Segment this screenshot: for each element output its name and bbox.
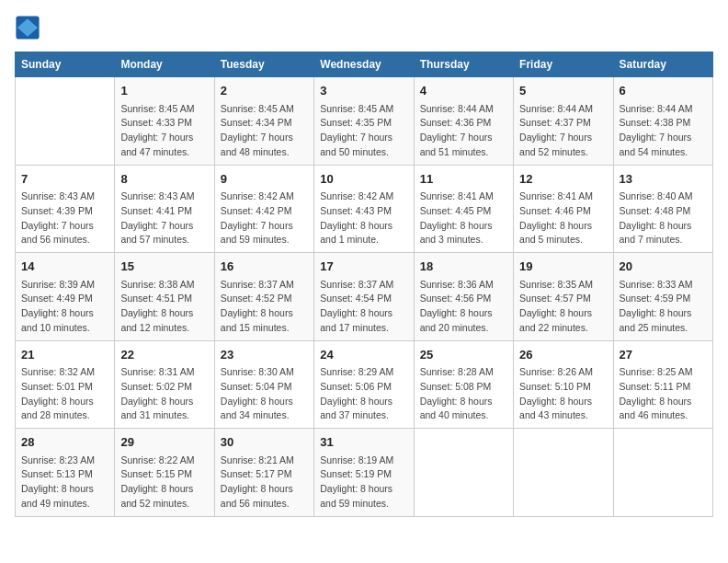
day-info: Sunrise: 8:36 AMSunset: 4:56 PMDaylight:… xyxy=(420,278,507,336)
day-number: 18 xyxy=(420,258,507,276)
day-number: 13 xyxy=(620,170,707,189)
week-row-5: 28Sunrise: 8:23 AMSunset: 5:13 PMDayligh… xyxy=(16,429,713,517)
day-number: 5 xyxy=(519,82,607,100)
day-number: 29 xyxy=(120,433,208,452)
day-info: Sunrise: 8:30 AMSunset: 5:04 PMDaylight:… xyxy=(221,365,308,423)
day-cell: 6Sunrise: 8:44 AMSunset: 4:38 PMDaylight… xyxy=(613,77,712,166)
day-info: Sunrise: 8:26 AMSunset: 5:10 PMDaylight:… xyxy=(519,365,607,423)
day-info: Sunrise: 8:29 AMSunset: 5:06 PMDaylight:… xyxy=(320,365,407,423)
day-number: 4 xyxy=(420,82,507,100)
day-info: Sunrise: 8:45 AMSunset: 4:35 PMDaylight:… xyxy=(320,102,407,160)
day-cell xyxy=(16,77,115,166)
week-row-4: 21Sunrise: 8:32 AMSunset: 5:01 PMDayligh… xyxy=(16,340,713,429)
day-cell: 4Sunrise: 8:44 AMSunset: 4:36 PMDaylight… xyxy=(414,77,513,166)
day-info: Sunrise: 8:32 AMSunset: 5:01 PMDaylight:… xyxy=(21,365,108,423)
day-number: 27 xyxy=(620,346,707,364)
day-number: 1 xyxy=(120,82,208,100)
day-number: 23 xyxy=(221,346,308,364)
day-info: Sunrise: 8:45 AMSunset: 4:33 PMDaylight:… xyxy=(120,102,208,160)
day-cell: 27Sunrise: 8:25 AMSunset: 5:11 PMDayligh… xyxy=(613,340,712,429)
logo xyxy=(15,15,44,40)
header-tuesday: Tuesday xyxy=(214,52,313,77)
day-number: 31 xyxy=(320,433,407,452)
day-cell: 20Sunrise: 8:33 AMSunset: 4:59 PMDayligh… xyxy=(613,253,712,341)
week-row-1: 1Sunrise: 8:45 AMSunset: 4:33 PMDaylight… xyxy=(16,77,713,166)
day-cell: 1Sunrise: 8:45 AMSunset: 4:33 PMDaylight… xyxy=(115,77,214,166)
day-info: Sunrise: 8:41 AMSunset: 4:46 PMDaylight:… xyxy=(519,190,607,247)
day-info: Sunrise: 8:35 AMSunset: 4:57 PMDaylight:… xyxy=(519,278,607,336)
day-number: 21 xyxy=(21,346,108,364)
day-cell: 22Sunrise: 8:31 AMSunset: 5:02 PMDayligh… xyxy=(115,340,214,429)
day-number: 12 xyxy=(519,170,607,189)
day-info: Sunrise: 8:40 AMSunset: 4:48 PMDaylight:… xyxy=(620,190,707,247)
day-info: Sunrise: 8:45 AMSunset: 4:34 PMDaylight:… xyxy=(221,102,308,160)
day-info: Sunrise: 8:42 AMSunset: 4:42 PMDaylight:… xyxy=(221,190,308,247)
day-info: Sunrise: 8:43 AMSunset: 4:39 PMDaylight:… xyxy=(21,190,108,247)
day-info: Sunrise: 8:38 AMSunset: 4:51 PMDaylight:… xyxy=(120,278,208,336)
day-number: 11 xyxy=(420,170,507,189)
day-number: 8 xyxy=(120,170,208,189)
day-number: 22 xyxy=(120,346,208,364)
day-cell: 7Sunrise: 8:43 AMSunset: 4:39 PMDaylight… xyxy=(16,165,115,253)
header-sunday: Sunday xyxy=(16,52,115,77)
day-cell: 31Sunrise: 8:19 AMSunset: 5:19 PMDayligh… xyxy=(314,429,414,517)
day-info: Sunrise: 8:23 AMSunset: 5:13 PMDaylight:… xyxy=(21,454,108,511)
day-cell: 3Sunrise: 8:45 AMSunset: 4:35 PMDaylight… xyxy=(314,77,414,166)
day-info: Sunrise: 8:42 AMSunset: 4:43 PMDaylight:… xyxy=(320,190,407,247)
day-info: Sunrise: 8:44 AMSunset: 4:38 PMDaylight:… xyxy=(620,102,707,160)
day-cell: 12Sunrise: 8:41 AMSunset: 4:46 PMDayligh… xyxy=(514,165,613,253)
day-cell: 2Sunrise: 8:45 AMSunset: 4:34 PMDaylight… xyxy=(214,77,313,166)
day-cell: 18Sunrise: 8:36 AMSunset: 4:56 PMDayligh… xyxy=(414,253,513,341)
header-saturday: Saturday xyxy=(613,52,712,77)
day-cell xyxy=(514,429,613,517)
day-cell: 15Sunrise: 8:38 AMSunset: 4:51 PMDayligh… xyxy=(115,253,214,341)
day-cell xyxy=(613,429,712,517)
day-cell: 11Sunrise: 8:41 AMSunset: 4:45 PMDayligh… xyxy=(414,165,513,253)
day-info: Sunrise: 8:39 AMSunset: 4:49 PMDaylight:… xyxy=(21,278,108,336)
day-cell xyxy=(414,429,513,517)
day-number: 17 xyxy=(320,258,407,276)
day-cell: 14Sunrise: 8:39 AMSunset: 4:49 PMDayligh… xyxy=(16,253,115,341)
day-info: Sunrise: 8:25 AMSunset: 5:11 PMDaylight:… xyxy=(620,365,707,423)
day-cell: 30Sunrise: 8:21 AMSunset: 5:17 PMDayligh… xyxy=(214,429,313,517)
day-info: Sunrise: 8:19 AMSunset: 5:19 PMDaylight:… xyxy=(320,454,407,511)
calendar-table: SundayMondayTuesdayWednesdayThursdayFrid… xyxy=(15,52,713,517)
day-cell: 24Sunrise: 8:29 AMSunset: 5:06 PMDayligh… xyxy=(314,340,414,429)
day-cell: 17Sunrise: 8:37 AMSunset: 4:54 PMDayligh… xyxy=(314,253,414,341)
day-number: 14 xyxy=(21,258,108,276)
day-number: 19 xyxy=(519,258,607,276)
day-cell: 10Sunrise: 8:42 AMSunset: 4:43 PMDayligh… xyxy=(314,165,414,253)
day-info: Sunrise: 8:41 AMSunset: 4:45 PMDaylight:… xyxy=(420,190,507,247)
day-cell: 13Sunrise: 8:40 AMSunset: 4:48 PMDayligh… xyxy=(613,165,712,253)
header-wednesday: Wednesday xyxy=(314,52,414,77)
day-number: 9 xyxy=(221,170,308,189)
day-number: 7 xyxy=(21,170,108,189)
day-cell: 16Sunrise: 8:37 AMSunset: 4:52 PMDayligh… xyxy=(214,253,313,341)
day-number: 28 xyxy=(21,433,108,452)
day-info: Sunrise: 8:33 AMSunset: 4:59 PMDaylight:… xyxy=(620,278,707,336)
header-friday: Friday xyxy=(514,52,613,77)
day-number: 16 xyxy=(221,258,308,276)
day-cell: 8Sunrise: 8:43 AMSunset: 4:41 PMDaylight… xyxy=(115,165,214,253)
day-cell: 26Sunrise: 8:26 AMSunset: 5:10 PMDayligh… xyxy=(514,340,613,429)
day-cell: 29Sunrise: 8:22 AMSunset: 5:15 PMDayligh… xyxy=(115,429,214,517)
day-cell: 23Sunrise: 8:30 AMSunset: 5:04 PMDayligh… xyxy=(214,340,313,429)
day-cell: 28Sunrise: 8:23 AMSunset: 5:13 PMDayligh… xyxy=(16,429,115,517)
week-row-3: 14Sunrise: 8:39 AMSunset: 4:49 PMDayligh… xyxy=(16,253,713,341)
day-number: 26 xyxy=(519,346,607,364)
logo-icon xyxy=(15,15,40,40)
day-number: 6 xyxy=(620,82,707,100)
day-info: Sunrise: 8:28 AMSunset: 5:08 PMDaylight:… xyxy=(420,365,507,423)
day-info: Sunrise: 8:31 AMSunset: 5:02 PMDaylight:… xyxy=(120,365,208,423)
header xyxy=(15,15,713,40)
day-info: Sunrise: 8:44 AMSunset: 4:36 PMDaylight:… xyxy=(420,102,507,160)
day-number: 20 xyxy=(620,258,707,276)
header-monday: Monday xyxy=(115,52,214,77)
day-info: Sunrise: 8:37 AMSunset: 4:52 PMDaylight:… xyxy=(221,278,308,336)
day-info: Sunrise: 8:22 AMSunset: 5:15 PMDaylight:… xyxy=(120,454,208,511)
week-row-2: 7Sunrise: 8:43 AMSunset: 4:39 PMDaylight… xyxy=(16,165,713,253)
day-cell: 21Sunrise: 8:32 AMSunset: 5:01 PMDayligh… xyxy=(16,340,115,429)
header-thursday: Thursday xyxy=(414,52,513,77)
day-info: Sunrise: 8:44 AMSunset: 4:37 PMDaylight:… xyxy=(519,102,607,160)
day-cell: 19Sunrise: 8:35 AMSunset: 4:57 PMDayligh… xyxy=(514,253,613,341)
